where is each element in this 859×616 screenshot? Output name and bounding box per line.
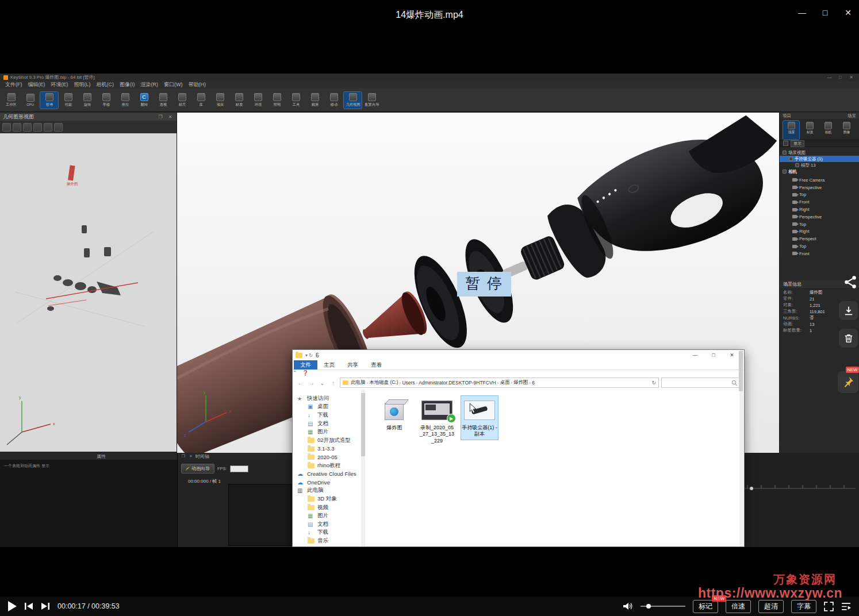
camera-row[interactable]: Free Camera [780,176,859,184]
toolbar-button[interactable]: 库 [192,92,210,109]
camera-row[interactable]: Right [780,228,859,236]
playlist-button[interactable] [841,602,851,611]
camera-row[interactable]: Top [780,221,859,228]
sidebar-scrollbar[interactable] [361,390,365,547]
pin-button[interactable] [838,371,858,393]
file-item[interactable]: ▶ 录制_2020_05_27_13_35_13_229 [418,395,456,446]
fullscreen-button[interactable] [824,602,834,611]
sidebar-item[interactable]: 3.1-3.3 [293,445,365,453]
breadcrumb-segment[interactable]: Administrator.DESKTOP-9HTFCVH [419,380,496,386]
scene-tree-row[interactable]: 手持吸尘器 (1) [780,156,859,162]
keyshot-minimize-button[interactable]: — [825,75,834,80]
sidebar-item[interactable]: 图片 [293,511,365,520]
breadcrumb-segment[interactable]: 桌面 [500,379,509,386]
up-button[interactable]: ↑ [329,380,338,386]
display-filter-dropdown[interactable]: 显示 [791,140,804,147]
maximize-button[interactable]: □ [818,6,833,20]
keyshot-maximize-button[interactable]: □ [836,75,845,80]
camera-row[interactable]: Front [780,198,859,206]
volume-slider[interactable] [641,606,685,607]
camera-row[interactable]: Perspect [780,235,859,242]
del-button[interactable] [839,329,858,348]
timeline-close-icon[interactable]: ✕ [188,454,194,459]
search-input[interactable] [661,378,741,388]
toolbar-button[interactable]: 项目 [211,92,229,109]
breadcrumb-segment[interactable]: Users [402,380,415,386]
toolbar-button[interactable]: 截屏 [306,92,324,109]
sidebar-item[interactable]: 音乐 [293,537,365,545]
prev-episode-button[interactable] [24,602,33,610]
menu-item[interactable]: 帮助(H) [186,81,209,88]
play-button[interactable] [8,601,17,611]
toolbar-button[interactable]: 性能 [59,92,77,109]
geom-home-tool[interactable] [44,123,52,132]
timeline-dock-icon[interactable]: ❐ [181,454,186,459]
recent-dropdown-icon[interactable]: ⌄ [318,380,327,386]
ribbon-tab[interactable]: 共享 [341,360,365,369]
breadcrumb-segment[interactable]: 此电脑 [351,379,366,386]
toolbar-button[interactable]: 材质 [230,92,248,109]
geom-pan-tool[interactable] [13,123,21,132]
toolbar-button[interactable]: 配置向导 [363,92,381,109]
menu-item[interactable]: 图像(I) [117,81,138,88]
project-tab[interactable]: 材质 [802,121,818,140]
back-button[interactable]: ← [296,380,305,386]
camera-row[interactable]: Perspective [780,213,859,221]
help-icon[interactable]: ❓ [302,370,309,376]
scene-tree-row[interactable]: 场景视图 [780,149,859,156]
refresh-icon[interactable]: ↻ [651,380,656,386]
volume-button[interactable] [623,602,633,610]
camera-row[interactable]: Front [780,250,859,257]
project-tab[interactable]: 图像 [838,121,854,140]
toolbar-button[interactable]: 标尺 [173,92,191,109]
toolbar-button[interactable]: 工作区 [2,92,20,109]
files-scrollbar[interactable] [739,350,743,546]
speed-button[interactable]: 倍速 [726,600,751,613]
forward-button[interactable]: → [307,380,316,386]
address-bar[interactable]: 此电脑 › 本地磁盘 (C:) › Users › [340,378,659,388]
sidebar-item[interactable]: 快速访问 [293,394,365,403]
sidebar-item[interactable]: 3D 对象 [293,495,365,503]
fps-input[interactable] [230,465,248,472]
toolbar-button[interactable]: CPU [21,93,39,107]
sidebar-item[interactable]: 2020-05 [293,453,365,461]
breadcrumb-segment[interactable]: 爆炸图 [513,379,528,386]
mark-button[interactable]: 标记 NEW [693,600,718,613]
toolbar-button[interactable]: 照明 [268,92,286,109]
minimize-button[interactable]: — [795,6,810,20]
camera-row[interactable]: Right [780,206,859,213]
sidebar-item[interactable]: 文档 [293,419,365,428]
share-button[interactable] [841,272,859,292]
toolbar-button[interactable]: 平移 [97,92,115,109]
sidebar-item[interactable]: 此电脑 [293,487,365,495]
sidebar-item[interactable]: rhino教程 [293,461,365,470]
toolbar-button[interactable]: 工具 [287,92,305,109]
breadcrumb-segment[interactable]: 本地磁盘 (C:) [369,379,398,386]
menu-item[interactable]: 文件(F) [2,81,25,88]
panel-float-icon[interactable]: ❐ [157,114,164,120]
sidebar-item[interactable]: Creative Cloud Files [293,469,365,478]
animation-wizard-button[interactable]: 动画向导 [181,464,214,473]
camera-row[interactable]: Perspective [780,184,859,191]
sidebar-item[interactable]: 文档 [293,520,365,529]
sidebar-item[interactable]: 桌面 [293,403,365,411]
subtitle-button[interactable]: 字幕 [791,600,816,613]
toolbar-button[interactable]: 移动 [325,92,343,109]
toolbar-button[interactable]: 几何视图 [344,92,362,109]
panel-close-icon[interactable]: ✕ [167,114,174,120]
menu-item[interactable]: 照明(L) [71,81,94,88]
close-button[interactable]: ✕ [841,6,856,20]
sidebar-item[interactable]: 下载 [293,529,365,537]
project-tab[interactable]: 相机 [820,121,836,140]
ribbon-collapse-icon[interactable]: ⌃ [293,370,297,376]
explorer-maximize-button[interactable]: □ [704,351,723,360]
file-item[interactable]: ▶ 手持吸尘器(1) - 副本 [461,395,498,440]
toolbar-button[interactable]: 暂停 [40,92,58,109]
geom-select-tool[interactable] [2,123,11,132]
toolbar-button[interactable]: 环境 [249,92,267,109]
sidebar-item[interactable]: OneDrive [293,478,365,487]
camera-row[interactable]: Top [780,242,859,250]
keyshot-close-button[interactable]: ✕ [847,75,856,80]
file-item[interactable]: ▶ 爆炸图 [375,395,413,433]
menu-item[interactable]: 相机(C) [94,81,117,88]
